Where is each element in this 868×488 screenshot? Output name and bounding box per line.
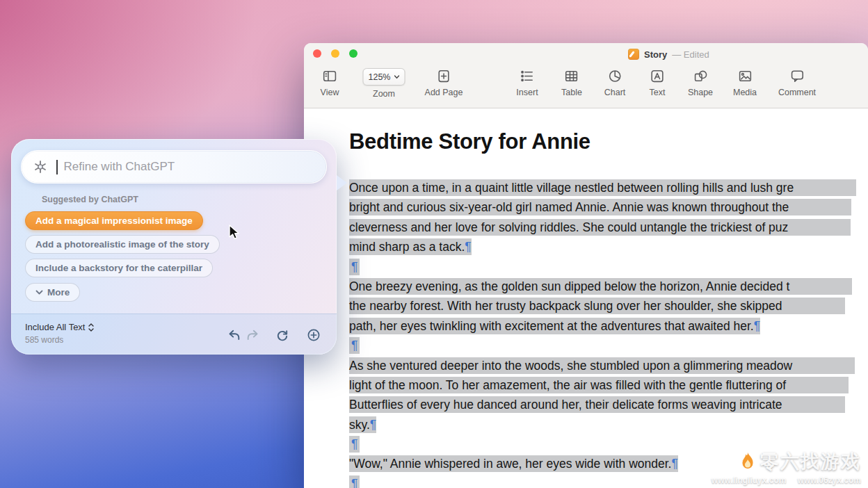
document-text: Once upon a time, in a quaint little vil… <box>349 178 868 488</box>
toolbar-view-button[interactable]: View <box>321 68 339 97</box>
watermark-title: 零六找游戏 <box>760 449 861 474</box>
text-line[interactable]: mind sharp as a tack.¶ <box>349 237 868 257</box>
pilcrow-mark: ¶ <box>351 260 357 274</box>
text-line[interactable]: As she ventured deeper into the woods, s… <box>349 356 868 375</box>
word-count: 585 words <box>25 335 63 345</box>
text-line[interactable]: the nearby forest. With her trusty backp… <box>349 296 868 316</box>
pilcrow-mark: ¶ <box>465 240 471 254</box>
shape-icon <box>693 68 709 84</box>
redo-button[interactable] <box>246 328 259 342</box>
pages-window: Story — Edited View 125% Zoom <box>304 43 868 488</box>
text-line[interactable]: path, her eyes twinkling with excitement… <box>349 316 868 336</box>
text-line[interactable]: cleverness and her love for solving ridd… <box>349 218 868 237</box>
text-line[interactable]: light of the moon. To her amazement, the… <box>349 375 868 395</box>
zoom-value-button[interactable]: 125% <box>363 68 405 86</box>
text-line[interactable]: bright and curious six-year-old girl nam… <box>349 197 868 217</box>
desktop-wallpaper: Story — Edited View 125% Zoom <box>0 0 868 488</box>
toolbar-shape-button[interactable]: Shape <box>688 68 713 97</box>
toolbar-zoom-control[interactable]: 125% Zoom <box>363 68 405 99</box>
toolbar-insert-button[interactable]: Insert <box>516 68 538 97</box>
text-cursor <box>56 160 58 174</box>
regenerate-button[interactable] <box>275 328 289 342</box>
pages-app-icon <box>628 49 639 60</box>
toolbar-text-button[interactable]: Text <box>650 68 666 97</box>
toolbar-media-button[interactable]: Media <box>733 68 757 97</box>
pilcrow-mark: ¶ <box>671 457 677 471</box>
document-heading[interactable]: Bedtime Story for Annie <box>349 129 868 154</box>
suggestion-caterpillar-backstory[interactable]: Include a backstory for the caterpillar <box>25 259 213 277</box>
watermark-urls: www.lingliuyx.com www.06zyx.com <box>712 475 861 485</box>
text-line[interactable]: ¶ <box>349 257 868 277</box>
toolbar-comment-button[interactable]: Comment <box>778 68 816 97</box>
up-down-chevrons-icon <box>88 323 95 332</box>
text-line[interactable]: ¶ <box>349 336 868 355</box>
include-all-text-selector[interactable]: Include All Text <box>25 322 95 332</box>
add-button[interactable] <box>307 328 321 342</box>
text-line[interactable]: Butterflies of every hue danced around h… <box>349 395 868 414</box>
window-chrome[interactable]: Story — Edited View 125% Zoom <box>304 43 868 108</box>
pilcrow-mark: ¶ <box>370 418 376 432</box>
toolbar-table-button[interactable]: Table <box>561 68 582 97</box>
minimize-button[interactable] <box>331 49 339 58</box>
text-line[interactable]: Once upon a time, in a quaint little vil… <box>349 178 868 197</box>
pilcrow-mark: ¶ <box>351 339 357 352</box>
comment-icon <box>789 68 805 84</box>
panel-footer: Include All Text 585 words <box>11 314 337 355</box>
suggestion-photorealistic-image[interactable]: Add a photorealistic image of the story <box>25 235 220 254</box>
suggested-by-label: Suggested by ChatGPT <box>42 195 138 204</box>
mouse-cursor <box>227 224 242 241</box>
media-icon <box>737 68 753 84</box>
view-icon <box>322 68 338 84</box>
more-suggestions-button[interactable]: More <box>25 283 80 302</box>
close-button[interactable] <box>313 49 321 58</box>
table-icon <box>563 68 579 84</box>
text-icon <box>650 68 666 84</box>
input-placeholder: Refine with ChatGPT <box>64 160 175 174</box>
window-title-group: Story — Edited <box>628 47 709 61</box>
pilcrow-mark: ¶ <box>754 319 760 333</box>
toolbar-add-page-button[interactable]: Add Page <box>425 68 463 97</box>
chatgpt-input[interactable]: Refine with ChatGPT <box>21 150 327 184</box>
pilcrow-mark: ¶ <box>351 477 357 488</box>
chatgpt-panel: Refine with ChatGPT Suggested by ChatGPT… <box>11 139 337 355</box>
chevron-down-icon <box>394 75 399 79</box>
document-title: Story <box>644 49 667 60</box>
chatgpt-logo-icon <box>33 159 48 174</box>
watermark: 零六找游戏 www.lingliuyx.com www.06zyx.com <box>712 449 861 485</box>
add-page-icon <box>435 68 451 84</box>
edited-status: — Edited <box>672 49 709 60</box>
suggestion-magical-impressionist-image[interactable]: Add a magical impressionist image <box>25 211 203 230</box>
watermark-flame-icon <box>739 451 756 472</box>
panel-callout-arrow <box>337 175 347 190</box>
toolbar-chart-button[interactable]: Chart <box>604 68 626 97</box>
zoom-window-button[interactable] <box>349 49 357 58</box>
document-canvas[interactable]: Bedtime Story for Annie Once upon a time… <box>304 108 868 488</box>
chart-icon <box>606 68 622 84</box>
insert-icon <box>519 68 535 84</box>
chevron-down-icon <box>35 290 43 295</box>
text-line[interactable]: One breezy evening, as the golden sun di… <box>349 277 868 296</box>
text-line[interactable]: sky.¶ <box>349 415 868 434</box>
undo-button[interactable] <box>227 328 241 342</box>
pilcrow-mark: ¶ <box>351 437 357 451</box>
